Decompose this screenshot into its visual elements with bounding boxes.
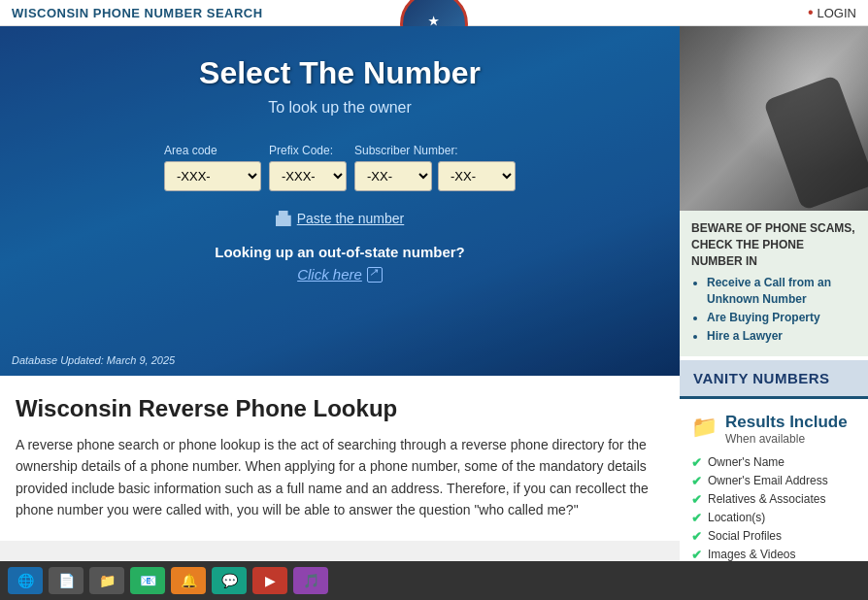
results-title: Results Include bbox=[725, 413, 848, 432]
scam-warning-section: BEWARE OF PHONE SCAMS, CHECK THE PHONE N… bbox=[680, 211, 868, 356]
phone-image bbox=[680, 26, 868, 211]
taskbar-btn-5[interactable]: 🔔 bbox=[171, 567, 206, 578]
result-item-4: ✔ Location(s) bbox=[691, 509, 856, 527]
article-heading: Wisconsin Reverse Phone Lookup bbox=[16, 395, 664, 422]
taskbar-btn-6[interactable]: 💬 bbox=[212, 567, 247, 578]
result-label-4: Location(s) bbox=[708, 511, 765, 524]
prefix-select[interactable]: -XXX- bbox=[269, 161, 347, 191]
result-item-5: ✔ Social Profiles bbox=[691, 527, 856, 546]
login-label[interactable]: LOGIN bbox=[818, 6, 856, 20]
vanity-numbers-section: VANITY NUMBERS bbox=[680, 360, 868, 396]
result-label-2: Owner's Email Address bbox=[708, 474, 828, 487]
taskbar-btn-3[interactable]: 📁 bbox=[89, 567, 124, 578]
taskbar-btn-4[interactable]: 📧 bbox=[130, 567, 165, 578]
vanity-label: VANITY NUMBERS bbox=[693, 370, 830, 386]
paste-icon bbox=[276, 211, 291, 226]
scam-item-1: Receive a Call from an Unknown Number bbox=[707, 275, 856, 308]
results-header: 📁 Results Include When available bbox=[691, 413, 856, 446]
subscriber-select-2[interactable]: -XX- bbox=[438, 161, 516, 191]
check-icon-5: ✔ bbox=[691, 529, 702, 544]
hero-section: Select The Number To look up the owner A… bbox=[0, 26, 680, 376]
check-icon-2: ✔ bbox=[691, 474, 702, 488]
login-dot: • bbox=[808, 4, 814, 21]
result-label-6: Images & Videos bbox=[708, 548, 796, 561]
scam-list: Receive a Call from an Unknown Number Ar… bbox=[691, 275, 856, 344]
taskbar-btn-2[interactable]: 📄 bbox=[49, 567, 83, 578]
result-label-1: Owner's Name bbox=[708, 455, 785, 469]
left-column: Select The Number To look up the owner A… bbox=[0, 26, 680, 578]
check-icon-6: ✔ bbox=[691, 548, 702, 562]
hero-title: Select The Number bbox=[19, 55, 660, 91]
taskbar-btn-7[interactable]: ▶ bbox=[252, 567, 287, 578]
external-link-icon bbox=[367, 267, 383, 283]
area-code-select[interactable]: -XXX- bbox=[164, 161, 261, 191]
result-label-5: Social Profiles bbox=[708, 529, 782, 543]
taskbar-btn-1[interactable]: 🌐 bbox=[8, 567, 43, 578]
results-section: 📁 Results Include When available ✔ Owner… bbox=[680, 396, 868, 578]
prefix-group: Prefix Code: -XXX- bbox=[269, 144, 347, 191]
result-item-2: ✔ Owner's Email Address bbox=[691, 472, 856, 490]
area-code-label: Area code bbox=[164, 144, 217, 157]
click-here-label: Click here bbox=[297, 266, 362, 283]
main-layout: Select The Number To look up the owner A… bbox=[0, 26, 868, 578]
area-code-group: Area code -XXX- bbox=[164, 144, 261, 191]
results-subtitle: When available bbox=[725, 432, 848, 446]
subscriber-select-1[interactable]: -XX- bbox=[354, 161, 432, 191]
prefix-label: Prefix Code: bbox=[269, 144, 333, 157]
scam-item-2: Are Buying Property bbox=[707, 310, 856, 326]
scam-item-3: Hire a Lawyer bbox=[707, 328, 856, 345]
check-icon-4: ✔ bbox=[691, 511, 702, 525]
login-area[interactable]: • LOGIN bbox=[808, 4, 856, 21]
paste-label: Paste the number bbox=[297, 211, 405, 226]
result-item-3: ✔ Relatives & Associates bbox=[691, 490, 856, 509]
folder-icon: 📁 bbox=[691, 415, 718, 440]
right-column: BEWARE OF PHONE SCAMS, CHECK THE PHONE N… bbox=[680, 26, 868, 578]
taskbar: 🌐 📄 📁 📧 🔔 💬 ▶ 🎵 bbox=[0, 561, 868, 578]
page-header: WISCONSIN PHONE NUMBER SEARCH ★ WISCONSI… bbox=[0, 0, 868, 26]
out-of-state-text: Looking up an out-of-state number? bbox=[19, 244, 660, 260]
taskbar-btn-8[interactable]: 🎵 bbox=[293, 567, 328, 578]
db-updated-text: Database Updated: March 9, 2025 bbox=[12, 354, 175, 366]
hero-subtitle: To look up the owner bbox=[19, 99, 660, 117]
phone-dropdowns: Area code -XXX- Prefix Code: -XXX- Subsc… bbox=[19, 144, 660, 191]
check-icon-1: ✔ bbox=[691, 455, 702, 470]
subscriber-label: Subscriber Number: bbox=[354, 144, 458, 157]
article-section: Wisconsin Reverse Phone Lookup A reverse… bbox=[0, 376, 680, 541]
check-icon-3: ✔ bbox=[691, 492, 702, 507]
article-paragraph: A reverse phone search or phone lookup i… bbox=[16, 434, 664, 521]
scam-warning-text: BEWARE OF PHONE SCAMS, CHECK THE PHONE N… bbox=[691, 221, 855, 268]
site-title: WISCONSIN PHONE NUMBER SEARCH bbox=[12, 6, 263, 20]
paste-number-link[interactable]: Paste the number bbox=[19, 211, 660, 226]
subscriber-group: Subscriber Number: -XX- -XX- bbox=[354, 144, 516, 191]
results-list: ✔ Owner's Name ✔ Owner's Email Address ✔… bbox=[691, 453, 856, 564]
result-label-3: Relatives & Associates bbox=[708, 492, 825, 506]
click-here-link[interactable]: Click here bbox=[19, 266, 660, 283]
result-item-1: ✔ Owner's Name bbox=[691, 453, 856, 472]
